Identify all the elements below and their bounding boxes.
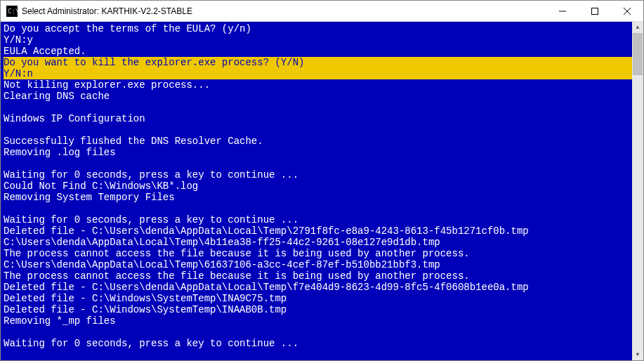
terminal-line: Do you accept the terms of the EULA? (y/… <box>4 23 640 34</box>
scrollbar-thumb[interactable] <box>633 33 643 75</box>
cmd-icon: C:\ <box>6 6 18 17</box>
terminal-line: EULA Accepted. <box>4 46 640 57</box>
terminal-line: Removing System Tempory Files <box>4 192 640 203</box>
terminal-line: The process cannot access the file becau… <box>4 248 640 259</box>
terminal-line: Could Not Find C:\Windows\KB*.log <box>4 180 640 192</box>
minimize-button[interactable] <box>546 1 579 21</box>
window-controls <box>546 1 643 21</box>
terminal-line <box>4 327 640 338</box>
terminal-line: C:\Users\denda\AppData\Local\Temp\616371… <box>4 259 640 270</box>
terminal-line: Y/N:y <box>4 34 640 46</box>
terminal-line: Windows IP Configuration <box>4 113 640 124</box>
terminal-line: Deleted file - C:\Users\denda\AppData\Lo… <box>4 282 640 293</box>
terminal-line: Do you want to kill the explorer.exe pro… <box>4 57 640 68</box>
scroll-up-arrow[interactable]: ▲ <box>632 22 643 33</box>
terminal-line: Deleted file - C:\Users\denda\AppData\Lo… <box>4 225 640 237</box>
terminal-line: Clearing DNS cache <box>4 91 640 102</box>
maximize-button[interactable] <box>579 1 611 21</box>
terminal-line: The process cannot access the file becau… <box>4 270 640 282</box>
terminal-line: C:\Users\denda\AppData\Local\Temp\4b11ea… <box>4 237 640 248</box>
terminal-line: Not killing explorer.exe process... <box>4 79 640 91</box>
scrollbar-track[interactable] <box>632 33 643 349</box>
terminal-line: Deleted file - C:\Windows\SystemTemp\INA… <box>4 304 640 315</box>
svg-text:C:\: C:\ <box>8 8 18 15</box>
terminal-line: Removing *_mp files <box>4 315 640 327</box>
terminal-line <box>4 102 640 113</box>
terminal-line: Successfully flushed the DNS Resolver Ca… <box>4 136 640 147</box>
terminal-line: Waiting for 0 seconds, press a key to co… <box>4 169 640 180</box>
window-title: Select Administrator: KARTHIK-V2.2-STABL… <box>22 6 546 16</box>
terminal-line: Y/N:n <box>4 68 640 79</box>
terminal-line <box>4 203 640 214</box>
terminal-line: Waiting for 0 seconds, press a key to co… <box>4 214 640 225</box>
console-window: C:\ Select Administrator: KARTHIK-V2.2-S… <box>0 0 644 361</box>
terminal-line: Removing .log files <box>4 147 640 158</box>
titlebar[interactable]: C:\ Select Administrator: KARTHIK-V2.2-S… <box>1 1 643 22</box>
scrollbar[interactable]: ▲ ▼ <box>632 22 643 360</box>
terminal-content[interactable]: Do you accept the terms of the EULA? (y/… <box>1 22 643 360</box>
terminal-line <box>4 158 640 169</box>
close-button[interactable] <box>611 1 643 21</box>
scroll-down-arrow[interactable]: ▼ <box>632 349 643 360</box>
terminal-line: Waiting for 0 seconds, press a key to co… <box>4 338 640 349</box>
terminal-line: Deleted file - C:\Windows\SystemTemp\INA… <box>4 293 640 304</box>
terminal-line <box>4 124 640 136</box>
svg-rect-4 <box>592 8 598 14</box>
